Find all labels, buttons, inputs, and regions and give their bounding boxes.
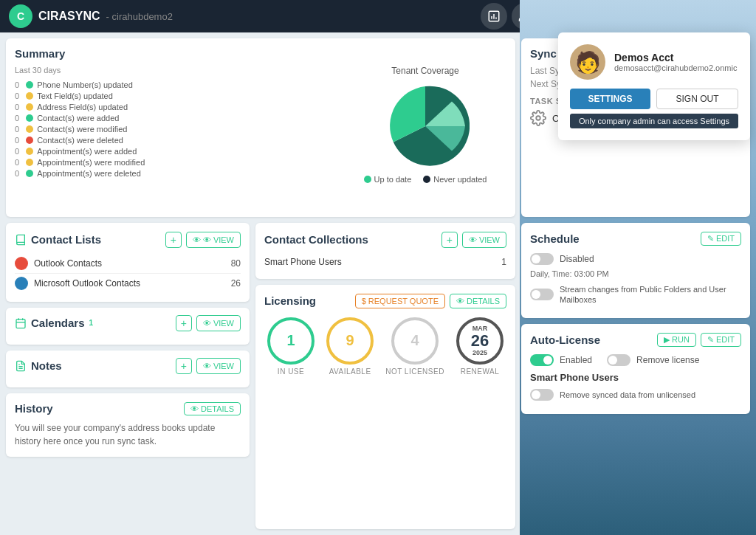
reports-icon-btn[interactable] xyxy=(481,3,507,30)
dropdown-user-name: Demos Acct xyxy=(614,52,737,63)
contact-lists-card: Contact Lists + 👁 👁 VIEW Outlook Contact… xyxy=(6,223,250,302)
stream-changes-row: Stream changes from Public Folders and U… xyxy=(530,284,741,306)
notes-title: Notes xyxy=(15,359,62,372)
licensing-header: Licensing $ REQUEST QUOTE 👁 DETAILS xyxy=(264,294,506,308)
legend-item-1: 0Text Field(s) updated xyxy=(15,92,335,100)
legend-item-3: 0Contact(s) were added xyxy=(15,114,335,122)
settings-button[interactable]: SETTINGS xyxy=(570,89,650,109)
notes-icon xyxy=(15,360,27,372)
remove-synced-label: Remove synced data from unlicensed xyxy=(560,390,695,399)
enabled-label: Enabled xyxy=(560,355,592,365)
legend-dot-4 xyxy=(26,125,33,133)
auto-license-card: Auto-License ▶ RUN ✎ EDIT Enabled Remove… xyxy=(521,324,750,414)
summary-left: Last 30 days 0Phone Number(s) updated 0T… xyxy=(15,66,335,184)
signout-button[interactable]: SIGN OUT xyxy=(656,89,738,109)
stream-label: Stream changes from Public Folders and U… xyxy=(560,284,741,306)
in-use-label: IN USE xyxy=(278,367,304,376)
disabled-label: Disabled xyxy=(560,254,594,264)
auto-license-header: Auto-License ▶ RUN ✎ EDIT xyxy=(530,333,741,347)
contact-list-name-0: Outlook Contacts xyxy=(34,258,231,269)
remove-license-label: Remove license xyxy=(636,355,699,365)
collection-item-0: Smart Phone Users 1 xyxy=(264,254,506,270)
contact-lists-header: Contact Lists + 👁 👁 VIEW xyxy=(15,232,241,248)
licensing-card: Licensing $ REQUEST QUOTE 👁 DETAILS 1 xyxy=(255,285,515,529)
smart-phone-users-label: Smart Phone Users xyxy=(530,372,741,383)
enabled-toggle[interactable] xyxy=(530,354,554,366)
auto-license-edit-button[interactable]: ✎ EDIT xyxy=(701,333,741,347)
admin-tooltip: Only company admin can access Settings xyxy=(570,114,738,128)
remove-synced-row: Remove synced data from unlicensed xyxy=(530,389,741,401)
summary-title: Summary xyxy=(15,47,506,60)
not-licensed-circle: 4 xyxy=(391,317,439,365)
schedule-title: Schedule xyxy=(530,232,580,245)
legend-item-2: 0Address Field(s) updated xyxy=(15,103,335,111)
legend-dot-5 xyxy=(26,137,33,144)
legend-up-to-date: Up to date xyxy=(364,175,412,184)
view-notes-button[interactable]: 👁 VIEW xyxy=(196,358,241,374)
remove-license-toggle[interactable] xyxy=(607,354,630,366)
history-text: You will see your company's address book… xyxy=(15,421,241,448)
not-licensed-label: NOT LICENSED xyxy=(385,367,444,376)
run-button[interactable]: ▶ RUN xyxy=(657,333,696,347)
legend-item-7: 0Appointment(s) were modified xyxy=(15,158,335,167)
in-use-circle: 1 xyxy=(267,317,315,365)
collection-name-0: Smart Phone Users xyxy=(264,257,501,267)
chart-title: Tenant Coverage xyxy=(391,66,458,76)
renewal-year: 2025 xyxy=(472,349,487,357)
history-title: History xyxy=(15,402,53,415)
add-note-button[interactable]: + xyxy=(176,358,192,374)
legend-dot-2 xyxy=(26,103,33,111)
auto-license-title: Auto-License xyxy=(530,334,600,346)
license-circles: 1 IN USE 9 AVAILABLE 4 NOT LICENSED xyxy=(264,317,506,376)
available-circle: 9 xyxy=(326,317,374,365)
contact-list-count-0: 80 xyxy=(231,258,241,269)
right-column: Schedule ✎ EDIT Disabled Daily, Time: 03… xyxy=(521,223,750,529)
contact-lists-title: Contact Lists xyxy=(15,233,101,246)
add-contact-list-button[interactable]: + xyxy=(165,232,182,248)
chart-legend: Up to date Never updated xyxy=(364,175,487,184)
renewal-day: 26 xyxy=(471,333,489,349)
history-details-button[interactable]: 👁 DETAILS xyxy=(184,402,241,415)
request-quote-button[interactable]: $ REQUEST QUOTE xyxy=(355,294,445,308)
dropdown-buttons: SETTINGS SIGN OUT xyxy=(570,89,738,109)
schedule-disabled-row: Disabled xyxy=(530,253,741,265)
stream-toggle[interactable] xyxy=(530,289,554,300)
app-subtitle: - cirahubdemo2 xyxy=(106,11,173,22)
contact-lists-items: Outlook Contacts 80 Microsoft Outlook Co… xyxy=(15,254,241,293)
contact-collections-actions: + 👁 VIEW xyxy=(441,232,506,248)
user-dropdown: 🧑 Demos Acct demosacct@cirahubdemo2.onmi… xyxy=(558,32,750,140)
svg-rect-13 xyxy=(16,319,25,328)
summary-inner: Last 30 days 0Phone Number(s) updated 0T… xyxy=(15,66,506,184)
disabled-toggle[interactable] xyxy=(530,253,554,265)
remove-synced-toggle[interactable] xyxy=(530,389,554,401)
summary-card: Summary Last 30 days 0Phone Number(s) up… xyxy=(6,38,515,217)
contact-collections-header: Contact Collections + 👁 VIEW xyxy=(264,232,506,248)
view-calendars-button[interactable]: 👁 VIEW xyxy=(196,315,241,331)
legend-item-4: 0Contact(s) were modified xyxy=(15,125,335,134)
contact-collections-card: Contact Collections + 👁 VIEW Smart Phone… xyxy=(255,223,515,279)
collection-count-0: 1 xyxy=(501,257,506,267)
legend-dot-7 xyxy=(26,159,33,166)
calendars-title: Calendars1 xyxy=(15,317,93,329)
view-collections-button[interactable]: 👁 VIEW xyxy=(462,232,506,248)
pie-chart xyxy=(381,82,470,170)
auto-license-actions: ▶ RUN ✎ EDIT xyxy=(657,333,741,347)
notes-actions: + 👁 VIEW xyxy=(176,358,241,374)
add-calendar-button[interactable]: + xyxy=(176,315,192,331)
app-title: CIRASYNC xyxy=(38,10,100,23)
contact-list-name-1: Microsoft Outlook Contacts xyxy=(34,278,231,289)
gear-icon xyxy=(530,110,546,126)
middle-column: Contact Collections + 👁 VIEW Smart Phone… xyxy=(255,223,515,529)
add-collection-button[interactable]: + xyxy=(441,232,458,248)
address-book-icon xyxy=(15,234,27,246)
contact-lists-actions: + 👁 👁 VIEW xyxy=(165,232,241,248)
licensing-details-button[interactable]: 👁 DETAILS xyxy=(450,294,506,308)
view-contact-lists-button[interactable]: 👁 👁 VIEW xyxy=(186,232,241,248)
legend-dot-3 xyxy=(26,114,33,122)
licensing-title: Licensing xyxy=(264,294,316,307)
calendars-icon xyxy=(15,317,27,329)
schedule-edit-button[interactable]: ✎ EDIT xyxy=(701,232,741,246)
legend-dot-8 xyxy=(26,170,33,177)
svg-point-12 xyxy=(536,116,540,120)
contact-list-icon-1 xyxy=(15,277,28,290)
